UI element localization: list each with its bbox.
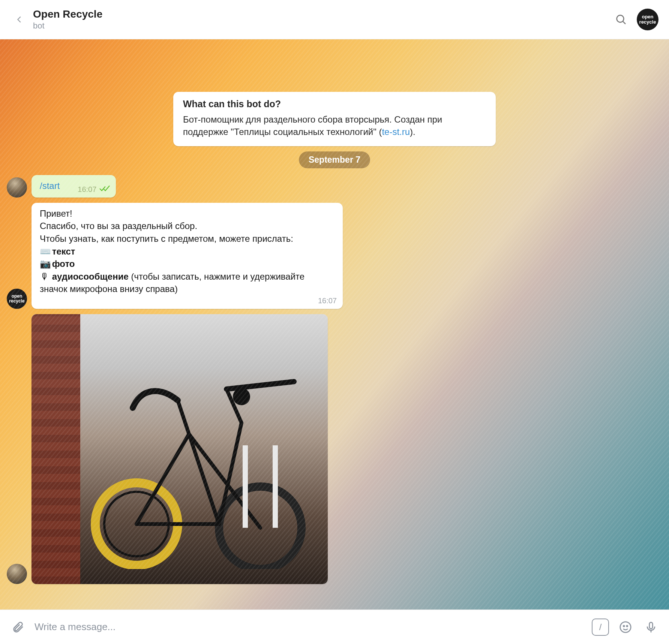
photo-attachment [32, 314, 328, 584]
avatar-text: open recycle [7, 294, 27, 303]
avatar-text: open recycle [637, 14, 658, 24]
avatar-slot [7, 177, 32, 198]
user-avatar[interactable] [7, 177, 27, 198]
microphone-icon [645, 621, 657, 634]
message-time: 16:07 [78, 184, 96, 195]
read-ticks-icon [99, 184, 110, 195]
camera-emoji-icon: 📷 [40, 258, 50, 270]
reply-item-photo: 📷 фото [40, 258, 334, 270]
message-bubble-incoming[interactable]: Привет! Спасибо, что вы за раздельный сб… [32, 203, 343, 309]
back-icon [15, 15, 24, 24]
message-time: 16:07 [318, 295, 337, 306]
svg-point-18 [627, 625, 628, 626]
command-text: /start [40, 181, 60, 191]
bot-keyboard-button[interactable]: / [592, 619, 609, 636]
reply-item3-label: аудиосообщение [52, 271, 129, 282]
chat-title: Open Recycle [33, 8, 612, 20]
keyboard-emoji-icon: ⌨️ [40, 245, 50, 258]
search-button[interactable] [612, 10, 630, 28]
message-row-photo [7, 314, 662, 584]
message-bubble-photo[interactable] [32, 314, 328, 584]
emoji-button[interactable] [616, 618, 634, 636]
reply-item-audio: 🎙 аудиосообщение (чтобы записать, нажмит… [40, 270, 334, 295]
slash-keyboard-icon: / [599, 622, 602, 632]
chat-title-block[interactable]: Open Recycle bot [33, 8, 612, 31]
chat-header: Open Recycle bot open recycle [0, 0, 669, 39]
bot-description-title: What can this bot do? [183, 99, 486, 109]
chat-subtitle: bot [33, 21, 612, 31]
message-row-incoming: open recycle Привет! Спасибо, что вы за … [7, 203, 662, 309]
svg-line-8 [189, 434, 219, 524]
svg-line-11 [219, 423, 242, 524]
user-avatar[interactable] [7, 564, 27, 584]
svg-point-16 [620, 622, 631, 632]
message-bubble-outgoing[interactable]: /start 16:07 [32, 175, 116, 198]
svg-line-10 [226, 382, 294, 389]
message-composer: / [0, 610, 669, 644]
bot-description-card: What can this bot do? Бот-помощник для р… [173, 92, 496, 146]
avatar-slot: open recycle [7, 289, 32, 309]
bot-description-text-suffix: ). [410, 127, 416, 137]
svg-point-13 [235, 390, 248, 403]
reply-line1: Привет! [40, 207, 334, 220]
photo-bicycle-illustration [84, 337, 316, 569]
reply-line2: Спасибо, что вы за раздельный сбор. [40, 220, 334, 232]
reply-line3: Чтобы узнать, как поступить с предметом,… [40, 232, 334, 245]
bot-avatar-small[interactable]: open recycle [7, 289, 27, 309]
bot-description-body: Бот-помощник для раздельного сбора вторс… [183, 113, 486, 138]
attach-button[interactable] [9, 618, 27, 636]
message-input[interactable] [34, 621, 584, 633]
voice-message-button[interactable] [642, 618, 660, 636]
svg-rect-19 [650, 622, 653, 629]
back-button[interactable] [10, 10, 28, 28]
reply-item-text: ⌨️ текст [40, 245, 334, 258]
message-meta: 16:07 [318, 295, 337, 306]
svg-line-9 [178, 400, 189, 434]
date-separator: September 7 [299, 151, 370, 168]
date-separator-row: September 7 [7, 151, 662, 168]
svg-point-17 [623, 625, 624, 626]
svg-line-1 [623, 21, 626, 24]
message-row-outgoing: /start 16:07 [7, 175, 662, 198]
avatar-slot [7, 564, 32, 584]
bot-description-link[interactable]: te-st.ru [382, 127, 410, 137]
reply-item1-label: текст [52, 246, 75, 256]
svg-point-0 [617, 15, 624, 22]
reply-item2-label: фото [52, 259, 75, 269]
chat-area: What can this bot do? Бот-помощник для р… [0, 39, 669, 610]
message-meta: 16:07 [78, 184, 110, 195]
chat-scroll[interactable]: What can this bot do? Бот-помощник для р… [0, 39, 669, 610]
emoji-icon [619, 621, 632, 634]
chat-avatar[interactable]: open recycle [637, 9, 658, 30]
microphone-emoji-icon: 🎙 [40, 270, 50, 283]
paperclip-icon [12, 621, 24, 634]
search-icon [615, 13, 627, 25]
